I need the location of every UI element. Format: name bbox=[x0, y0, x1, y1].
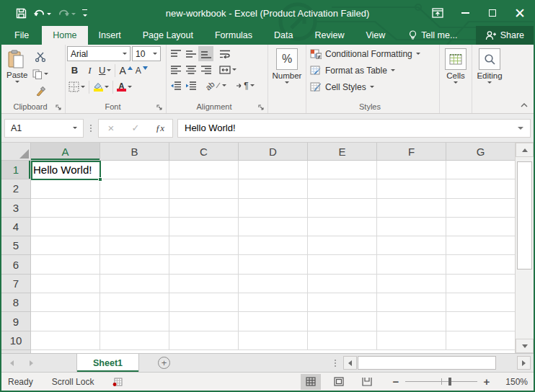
cell-C7[interactable] bbox=[169, 275, 239, 293]
cell-E10[interactable] bbox=[308, 331, 377, 350]
cell-A5[interactable] bbox=[31, 236, 100, 255]
align-left-button[interactable] bbox=[168, 62, 183, 77]
cell-G4[interactable] bbox=[446, 218, 515, 236]
page-layout-view-button[interactable] bbox=[329, 374, 349, 390]
column-header-F[interactable]: F bbox=[377, 143, 446, 161]
cell-C10[interactable] bbox=[169, 331, 239, 350]
customize-quick-access-toolbar-button[interactable] bbox=[82, 9, 87, 17]
cell-D5[interactable] bbox=[239, 236, 308, 255]
cell-G6[interactable] bbox=[446, 255, 515, 274]
row-header-8[interactable]: 8 bbox=[1, 293, 31, 312]
tell-me-box[interactable]: Tell me... bbox=[400, 26, 466, 45]
row-header-10[interactable]: 10 bbox=[1, 331, 31, 350]
orientation-dropdown-icon[interactable] bbox=[222, 84, 226, 86]
redo-button-disabled[interactable] bbox=[58, 8, 76, 18]
cell-F5[interactable] bbox=[377, 236, 446, 255]
cell-D4[interactable] bbox=[239, 218, 308, 236]
cell-E4[interactable] bbox=[308, 218, 377, 236]
horizontal-scroll-track[interactable] bbox=[357, 356, 517, 370]
row-header-2[interactable]: 2 bbox=[1, 179, 31, 198]
cell-D1[interactable] bbox=[239, 161, 308, 179]
cell-E2[interactable] bbox=[308, 179, 377, 198]
cell-B1[interactable] bbox=[100, 161, 169, 179]
scroll-down-button[interactable] bbox=[516, 339, 534, 353]
decrease-font-size-button[interactable]: A bbox=[134, 63, 149, 78]
cell-A7[interactable] bbox=[31, 275, 100, 293]
editing-button[interactable]: Editing bbox=[473, 46, 505, 86]
close-button[interactable]: ✕ bbox=[506, 0, 534, 26]
underline-button[interactable]: U bbox=[97, 63, 112, 78]
cell-A6[interactable] bbox=[31, 255, 100, 274]
underline-dropdown-icon[interactable] bbox=[107, 69, 111, 71]
cell-B2[interactable] bbox=[100, 179, 169, 198]
expand-formula-bar-icon[interactable] bbox=[518, 127, 523, 130]
cell-C8[interactable] bbox=[169, 293, 239, 312]
column-header-D[interactable]: D bbox=[239, 143, 308, 161]
editing-dropdown-icon[interactable] bbox=[487, 81, 492, 84]
sheet-tab-sheet1[interactable]: Sheet1 bbox=[76, 354, 139, 372]
cell-C2[interactable] bbox=[169, 179, 239, 198]
cell-C6[interactable] bbox=[169, 255, 239, 274]
cell-C1[interactable] bbox=[169, 161, 239, 179]
bold-button[interactable]: B bbox=[67, 63, 82, 78]
paste-dropdown-icon[interactable] bbox=[15, 81, 19, 83]
cell-F4[interactable] bbox=[377, 218, 446, 236]
align-right-button[interactable] bbox=[198, 62, 213, 77]
insert-function-button[interactable]: ƒx bbox=[148, 120, 172, 137]
cell-A2[interactable] bbox=[31, 179, 100, 198]
cell-A4[interactable] bbox=[31, 218, 100, 236]
cell-D2[interactable] bbox=[239, 179, 308, 198]
tab-page-layout[interactable]: Page Layout bbox=[132, 26, 204, 45]
cell-E1[interactable] bbox=[308, 161, 377, 179]
cell-A10[interactable] bbox=[31, 331, 100, 350]
text-direction-dropdown-icon[interactable] bbox=[250, 84, 255, 86]
row-header-1[interactable]: 1 bbox=[1, 161, 31, 179]
macro-record-button[interactable] bbox=[112, 377, 123, 386]
column-header-B[interactable]: B bbox=[100, 143, 169, 161]
undo-button[interactable] bbox=[33, 8, 51, 18]
cell-D10[interactable] bbox=[239, 331, 308, 350]
cell-G1[interactable] bbox=[446, 161, 515, 179]
cell-B4[interactable] bbox=[100, 218, 169, 236]
copy-dropdown-icon[interactable] bbox=[44, 73, 48, 75]
vertical-scroll-thumb[interactable] bbox=[517, 161, 532, 270]
cell-styles-button[interactable]: Cell Styles bbox=[310, 79, 374, 94]
save-button[interactable] bbox=[16, 8, 27, 19]
middle-align-button[interactable] bbox=[183, 46, 198, 61]
scroll-left-button[interactable] bbox=[343, 356, 357, 370]
cell-B10[interactable] bbox=[100, 331, 169, 350]
cell-E5[interactable] bbox=[308, 236, 377, 255]
bottom-align-button[interactable] bbox=[198, 46, 213, 61]
cell-E8[interactable] bbox=[308, 293, 377, 312]
page-break-preview-button[interactable] bbox=[357, 374, 377, 390]
new-sheet-button[interactable]: + bbox=[158, 357, 170, 369]
tab-review[interactable]: Review bbox=[304, 26, 355, 45]
format-painter-button[interactable] bbox=[31, 84, 50, 99]
normal-view-button[interactable] bbox=[301, 374, 321, 390]
column-header-A[interactable]: A bbox=[31, 143, 100, 161]
cell-G9[interactable] bbox=[446, 312, 515, 331]
row-header-7[interactable]: 7 bbox=[1, 275, 31, 293]
cell-G3[interactable] bbox=[446, 199, 515, 218]
cell-F10[interactable] bbox=[377, 331, 446, 350]
cell-D8[interactable] bbox=[239, 293, 308, 312]
column-header-C[interactable]: C bbox=[169, 143, 239, 161]
row-header-3[interactable]: 3 bbox=[1, 199, 31, 218]
maximize-button[interactable] bbox=[479, 0, 506, 26]
name-box-dropdown-icon[interactable] bbox=[73, 127, 77, 129]
tab-data[interactable]: Data bbox=[263, 26, 304, 45]
borders-dropdown-icon[interactable] bbox=[81, 86, 85, 88]
cell-G8[interactable] bbox=[446, 293, 515, 312]
cell-B8[interactable] bbox=[100, 293, 169, 312]
tab-split-handle[interactable] bbox=[335, 360, 336, 367]
share-button[interactable]: Share bbox=[476, 26, 534, 45]
cell-D6[interactable] bbox=[239, 255, 308, 274]
cell-E7[interactable] bbox=[308, 275, 377, 293]
vertical-scrollbar[interactable] bbox=[515, 143, 534, 353]
font-name-combo[interactable]: Arial bbox=[67, 46, 131, 61]
orientation-button[interactable]: ab bbox=[204, 78, 228, 93]
merge-center-dropdown-icon[interactable] bbox=[232, 68, 236, 71]
font-size-combo[interactable]: 10 bbox=[132, 46, 161, 61]
paste-button[interactable]: Paste bbox=[3, 46, 31, 85]
row-header-5[interactable]: 5 bbox=[1, 236, 31, 255]
